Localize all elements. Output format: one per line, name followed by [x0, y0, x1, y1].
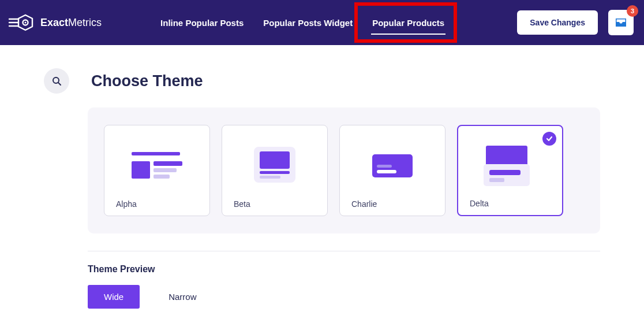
app-header: ExactMetrics Inline Popular Posts Popula… [0, 0, 644, 45]
page-title: Choose Theme [91, 72, 203, 90]
inbox-badge: 3 [627, 5, 638, 17]
preview-wide-button[interactable]: Wide [88, 285, 140, 309]
search-icon [52, 76, 61, 86]
svg-rect-8 [132, 161, 150, 179]
top-nav: Inline Popular Posts Popular Posts Widge… [159, 12, 445, 34]
header-actions: Save Changes 3 [517, 10, 634, 35]
svg-line-6 [58, 83, 61, 85]
preview-section-title: Theme Preview [88, 264, 600, 275]
svg-point-1 [25, 22, 27, 24]
theme-preview-alpha [116, 136, 198, 196]
main-content: Choose Theme Alpha [0, 45, 644, 309]
theme-selector-panel: Alpha Beta Char [88, 107, 600, 233]
theme-card-delta[interactable]: Delta [457, 125, 563, 216]
search-button[interactable] [44, 68, 69, 94]
nav-popular-products[interactable]: Popular Products [371, 12, 445, 34]
nav-popular-posts-widget[interactable]: Popular Posts Widget [262, 12, 354, 34]
preview-width-toggle: Wide Narrow [88, 285, 600, 309]
svg-rect-7 [132, 152, 180, 155]
logo-icon [8, 13, 35, 32]
theme-label: Charlie [351, 199, 433, 209]
brand-logo: ExactMetrics [8, 13, 102, 32]
svg-rect-13 [260, 151, 290, 169]
svg-rect-9 [153, 161, 182, 166]
preview-narrow-button[interactable]: Narrow [152, 285, 212, 309]
inbox-button[interactable]: 3 [608, 10, 634, 35]
title-row: Choose Theme [44, 68, 600, 94]
svg-rect-22 [489, 178, 504, 182]
theme-card-beta[interactable]: Beta [222, 125, 328, 216]
theme-preview-charlie [351, 136, 433, 196]
nav-inline-popular-posts[interactable]: Inline Popular Posts [159, 12, 245, 34]
inbox-icon [615, 17, 627, 28]
theme-preview-beta [234, 136, 316, 196]
svg-rect-14 [260, 171, 290, 174]
svg-rect-15 [260, 176, 280, 179]
theme-label: Delta [470, 199, 551, 208]
brand-name: ExactMetrics [40, 17, 102, 29]
svg-rect-17 [377, 165, 392, 168]
selected-check-icon [542, 132, 556, 146]
save-changes-button[interactable]: Save Changes [517, 10, 598, 35]
theme-preview-delta [470, 136, 551, 195]
theme-card-alpha[interactable]: Alpha [104, 125, 210, 216]
theme-card-charlie[interactable]: Charlie [339, 125, 445, 216]
theme-label: Beta [234, 199, 316, 209]
svg-rect-18 [377, 170, 396, 173]
svg-rect-10 [153, 168, 177, 172]
theme-label: Alpha [116, 199, 198, 209]
svg-rect-21 [489, 170, 521, 175]
svg-rect-11 [153, 175, 170, 179]
section-divider [88, 251, 600, 251]
